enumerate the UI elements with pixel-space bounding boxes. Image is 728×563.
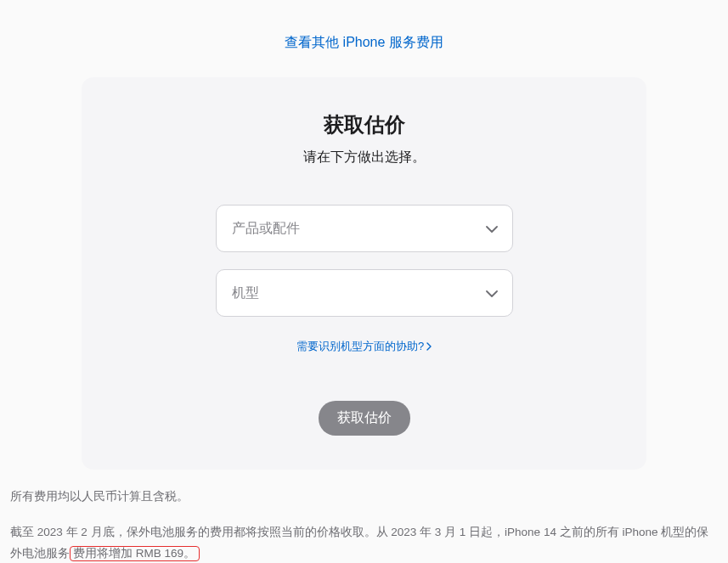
product-select-wrapper: 产品或配件 (216, 205, 513, 252)
card-title: 获取估价 (99, 111, 629, 138)
help-link-text: 需要识别机型方面的协助? (296, 339, 424, 354)
other-services-link[interactable]: 查看其他 iPhone 服务费用 (285, 35, 443, 49)
footer-text: 所有费用均以人民币计算且含税。 截至 2023 年 2 月底，保外电池服务的费用… (8, 487, 720, 563)
footer-paragraph-2: 截至 2023 年 2 月底，保外电池服务的费用都将按照当前的价格收取。从 20… (10, 522, 718, 563)
get-estimate-button[interactable]: 获取估价 (319, 401, 410, 436)
footer-paragraph-1: 所有费用均以人民币计算且含税。 (10, 487, 718, 507)
estimate-card: 获取估价 请在下方做出选择。 产品或配件 机型 需要识别机型方面的协助? 获取估… (82, 77, 646, 470)
model-select-wrapper: 机型 (216, 269, 513, 317)
card-subtitle: 请在下方做出选择。 (99, 149, 629, 166)
top-link-row: 查看其他 iPhone 服务费用 (8, 34, 720, 52)
model-select[interactable]: 机型 (216, 269, 513, 317)
identify-model-help-link[interactable]: 需要识别机型方面的协助? (296, 339, 432, 354)
chevron-right-icon (426, 341, 432, 353)
action-row: 获取估价 (99, 401, 629, 436)
product-select[interactable]: 产品或配件 (216, 205, 513, 252)
price-increase-highlight: 费用将增加 RMB 169。 (70, 546, 200, 561)
